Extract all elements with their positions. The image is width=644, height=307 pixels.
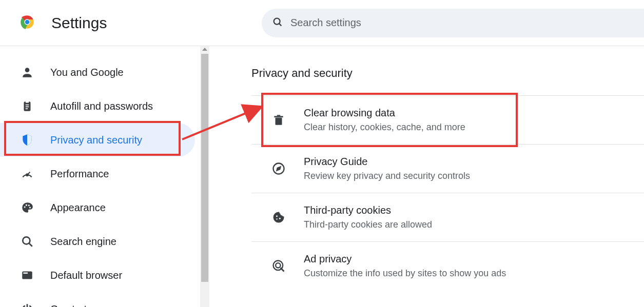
sidebar-item-default-browser[interactable]: Default browser bbox=[0, 258, 200, 292]
sidebar-item-privacy-security[interactable]: Privacy and security bbox=[0, 123, 195, 157]
row-ad-privacy[interactable]: Ad privacy Customize the info used by si… bbox=[251, 242, 644, 290]
search-box[interactable] bbox=[262, 9, 644, 37]
header: Settings bbox=[0, 0, 644, 46]
row-title: Clear browsing data bbox=[304, 107, 465, 119]
sidebar-item-performance[interactable]: Performance bbox=[0, 157, 200, 191]
sidebar-item-appearance[interactable]: Appearance bbox=[0, 191, 200, 224]
row-privacy-guide[interactable]: Privacy Guide Review key privacy and sec… bbox=[251, 145, 644, 193]
sidebar-item-label: Default browser bbox=[50, 270, 200, 281]
svg-rect-8 bbox=[26, 105, 29, 106]
search-input[interactable] bbox=[289, 16, 644, 29]
svg-point-28 bbox=[276, 215, 278, 217]
row-text: Third-party cookies Third-party cookies … bbox=[304, 204, 432, 230]
sidebar-item-autofill[interactable]: Autofill and passwords bbox=[0, 89, 200, 123]
sidebar-item-label: Autofill and passwords bbox=[50, 100, 200, 112]
sidebar-item-search-engine[interactable]: Search engine bbox=[0, 224, 200, 258]
sidebar-item-label: Performance bbox=[50, 168, 200, 180]
row-clear-browsing-data[interactable]: Clear browsing data Clear history, cooki… bbox=[251, 96, 644, 145]
sidebar-item-label: On startup bbox=[50, 303, 200, 308]
svg-point-5 bbox=[25, 68, 30, 72]
svg-point-16 bbox=[29, 207, 31, 208]
svg-point-29 bbox=[279, 218, 281, 219]
svg-point-30 bbox=[276, 218, 277, 219]
compass-icon bbox=[271, 161, 286, 176]
svg-rect-24 bbox=[274, 116, 283, 117]
shield-icon bbox=[21, 133, 34, 147]
sidebar-item-label: Appearance bbox=[50, 202, 200, 214]
row-subtitle: Clear history, cookies, cache, and more bbox=[304, 122, 465, 133]
row-subtitle: Customize the info used by sites to show… bbox=[304, 268, 506, 279]
search-icon bbox=[272, 16, 283, 30]
row-subtitle: Review key privacy and security controls bbox=[304, 171, 470, 181]
svg-rect-7 bbox=[26, 100, 29, 103]
svg-point-15 bbox=[28, 204, 30, 206]
svg-point-32 bbox=[276, 263, 280, 268]
person-icon bbox=[21, 66, 34, 79]
svg-point-14 bbox=[26, 204, 27, 206]
sidebar-item-on-startup[interactable]: On startup bbox=[0, 292, 200, 307]
svg-rect-23 bbox=[276, 118, 282, 125]
svg-marker-27 bbox=[277, 167, 281, 171]
svg-rect-21 bbox=[23, 273, 28, 274]
svg-rect-10 bbox=[26, 108, 28, 109]
row-title: Privacy Guide bbox=[304, 156, 470, 168]
row-subtitle: Third-party cookies are allowed bbox=[304, 219, 432, 230]
power-icon bbox=[21, 302, 34, 307]
sidebar-item-label: You and Google bbox=[50, 67, 200, 78]
svg-line-18 bbox=[29, 243, 32, 246]
ad-target-icon bbox=[271, 258, 286, 274]
svg-line-4 bbox=[279, 23, 281, 25]
sidebar-item-label: Privacy and security bbox=[50, 134, 195, 146]
search-icon bbox=[21, 235, 34, 248]
sidebar-item-you-and-google[interactable]: You and Google bbox=[0, 55, 200, 89]
svg-rect-6 bbox=[24, 101, 31, 111]
header-left: Settings bbox=[18, 13, 107, 33]
svg-point-3 bbox=[274, 18, 280, 24]
svg-point-13 bbox=[24, 206, 26, 208]
body: You and Google Autofill and passwords Pr… bbox=[0, 46, 644, 307]
row-text: Clear browsing data Clear history, cooki… bbox=[304, 107, 465, 133]
sidebar-item-label: Search engine bbox=[50, 236, 200, 248]
page-title: Settings bbox=[51, 14, 107, 32]
clipboard-icon bbox=[21, 99, 34, 113]
row-text: Privacy Guide Review key privacy and sec… bbox=[304, 156, 470, 181]
speedometer-icon bbox=[21, 167, 34, 180]
row-text: Ad privacy Customize the info used by si… bbox=[304, 253, 506, 279]
svg-rect-9 bbox=[26, 107, 29, 108]
browser-icon bbox=[21, 269, 34, 282]
row-title: Ad privacy bbox=[304, 253, 506, 265]
section-title: Privacy and security bbox=[251, 67, 644, 80]
palette-icon bbox=[21, 201, 34, 214]
chrome-logo-icon bbox=[18, 13, 36, 33]
trash-icon bbox=[271, 112, 286, 128]
main-panel: Privacy and security Clear browsing data… bbox=[200, 46, 644, 307]
row-title: Third-party cookies bbox=[304, 204, 432, 216]
sidebar: You and Google Autofill and passwords Pr… bbox=[0, 46, 200, 307]
svg-rect-25 bbox=[277, 115, 281, 116]
row-third-party-cookies[interactable]: Third-party cookies Third-party cookies … bbox=[251, 193, 644, 242]
settings-list: Clear browsing data Clear history, cooki… bbox=[251, 95, 644, 290]
cookie-icon bbox=[271, 210, 286, 225]
svg-point-17 bbox=[23, 237, 30, 244]
